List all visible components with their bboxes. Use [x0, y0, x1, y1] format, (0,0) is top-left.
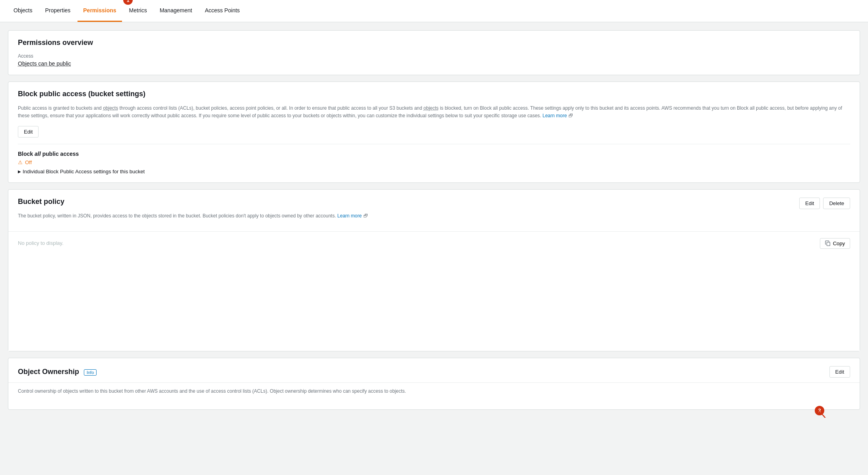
object-ownership-header: Object Ownership Info Edit [8, 358, 860, 382]
bucket-policy-edit-button[interactable]: Edit [799, 198, 820, 209]
object-ownership-description: Control ownership of objects written to … [18, 388, 850, 395]
block-public-access-title: Block public access (bucket settings) [18, 90, 850, 98]
tab-objects[interactable]: Objects [8, 0, 38, 22]
block-all-status: ⚠ Off [18, 159, 850, 165]
block-public-access-description: Public access is granted to buckets and … [18, 105, 850, 120]
bucket-policy-delete-button[interactable]: Delete [823, 198, 850, 209]
bucket-policy-body: No policy to display. Copy [8, 232, 860, 351]
bucket-policy-description: The bucket policy, written in JSON, prov… [18, 212, 368, 220]
object-ownership-card: Object Ownership Info Edit Control owner… [8, 358, 860, 410]
annotation-circle-2: 2 [815, 406, 824, 415]
bucket-policy-copy-button[interactable]: Copy [820, 238, 850, 249]
permissions-overview-title: Permissions overview [18, 39, 850, 47]
expand-arrow-icon: ▶ [18, 169, 21, 174]
tab-metrics[interactable]: Metrics [124, 0, 153, 22]
bucket-policy-actions: Edit Delete [799, 198, 850, 209]
object-ownership-edit-button[interactable]: Edit [829, 366, 850, 378]
main-content: Permissions overview Access Objects can … [0, 22, 868, 418]
no-policy-text: No policy to display. [18, 240, 64, 246]
copy-icon [825, 240, 831, 246]
access-label: Access [18, 53, 850, 59]
tabs-bar: Objects Properties Permissions Metrics M… [0, 0, 868, 22]
tab-access-points[interactable]: Access Points [199, 0, 245, 22]
access-value: Objects can be public [18, 60, 850, 67]
tab-permissions[interactable]: Permissions [78, 0, 122, 22]
tab-properties[interactable]: Properties [39, 0, 76, 22]
object-ownership-wrapper: 2 Object Ownership Info Edit Control own… [8, 358, 860, 410]
bucket-policy-card: Bucket policy The bucket policy, written… [8, 189, 860, 351]
block-public-access-card: Block public access (bucket settings) Pu… [8, 81, 860, 183]
bucket-policy-learn-more-link[interactable]: Learn more [337, 213, 362, 219]
svg-rect-1 [827, 242, 830, 246]
copy-label: Copy [833, 240, 845, 246]
object-ownership-title: Object Ownership [18, 368, 79, 376]
bucket-policy-title: Bucket policy [18, 198, 368, 206]
object-ownership-info-badge[interactable]: Info [84, 369, 97, 376]
permissions-overview-card: Permissions overview Access Objects can … [8, 30, 860, 75]
block-public-access-edit-button[interactable]: Edit [18, 126, 39, 138]
expand-block-public-access[interactable]: ▶ Individual Block Public Access setting… [18, 169, 850, 174]
tab-management[interactable]: Management [154, 0, 198, 22]
block-all-status-value: Off [25, 159, 32, 165]
block-public-access-learn-more-link[interactable]: Learn more [542, 113, 567, 118]
copy-button-container: Copy [820, 238, 850, 249]
bucket-policy-header: Bucket policy The bucket policy, written… [8, 190, 860, 231]
warning-icon: ⚠ [18, 159, 23, 165]
block-all-label: Block all public access [18, 151, 850, 157]
expand-label: Individual Block Public Access settings … [23, 169, 145, 174]
